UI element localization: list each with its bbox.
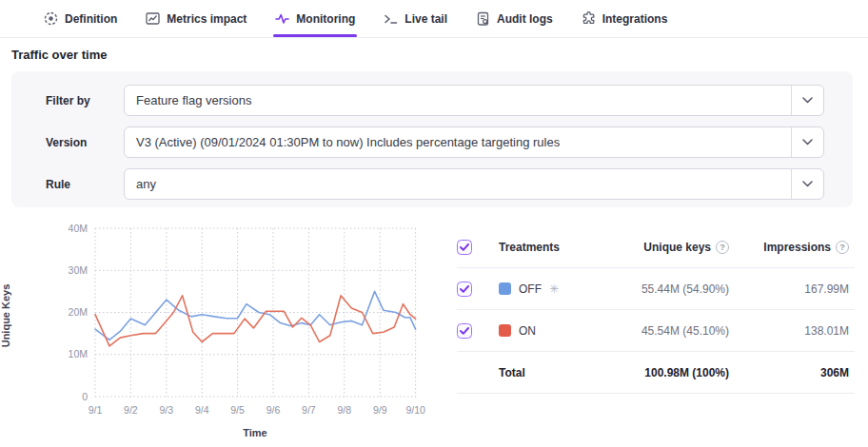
help-icon[interactable]: ? — [836, 241, 849, 254]
page-title: Traffic over time — [11, 48, 107, 62]
tab-live-tail[interactable]: Live tail — [382, 0, 449, 37]
filter-card: Filter by Feature flag versions Version … — [11, 71, 853, 207]
tab-label: Integrations — [602, 12, 668, 26]
filter-by-value: Feature flag versions — [125, 93, 791, 107]
treatment-label: OFF — [519, 282, 542, 296]
off-unique-keys-value: 55.44M (54.90%) — [567, 282, 729, 296]
puzzle-icon — [582, 11, 596, 26]
help-icon[interactable]: ? — [716, 241, 729, 254]
filter-by-select[interactable]: Feature flag versions — [124, 85, 824, 116]
svg-text:0: 0 — [82, 391, 88, 402]
svg-text:Time: Time — [243, 427, 266, 438]
chart-icon — [146, 11, 160, 26]
version-value: V3 (Active) (09/01/2024 01:30PM to now) … — [125, 135, 791, 149]
document-search-icon — [476, 11, 490, 26]
svg-text:9/10: 9/10 — [405, 404, 425, 416]
rule-label: Rule — [46, 178, 124, 191]
total-unique-keys-value: 100.98M (100%) — [567, 366, 729, 379]
total-impressions-value: 306M — [729, 366, 849, 379]
svg-text:10M: 10M — [69, 348, 88, 360]
tab-integrations[interactable]: Integrations — [580, 0, 670, 37]
chevron-down-icon — [791, 169, 823, 199]
on-impressions-value: 138.01M — [729, 324, 849, 338]
tab-label: Metrics impact — [167, 12, 247, 26]
filter-by-label: Filter by — [46, 94, 124, 107]
svg-text:Unique Keys: Unique Keys — [0, 284, 11, 348]
svg-text:9/9: 9/9 — [373, 404, 387, 416]
rule-value: any — [125, 177, 791, 191]
svg-text:9/5: 9/5 — [230, 404, 245, 416]
off-series-swatch — [499, 282, 511, 295]
table-row-on: ON 45.54M (45.10%) 138.01M — [457, 310, 855, 352]
off-treatment-checkbox[interactable] — [457, 282, 472, 297]
svg-text:9/4: 9/4 — [195, 404, 209, 416]
svg-text:9/7: 9/7 — [302, 404, 316, 416]
svg-text:20M: 20M — [69, 306, 88, 318]
svg-text:9/8: 9/8 — [337, 404, 351, 416]
monitoring-page: Definition Metrics impact Monitoring Liv… — [0, 0, 868, 447]
svg-text:9/6: 9/6 — [266, 404, 281, 416]
svg-text:9/1: 9/1 — [89, 404, 103, 416]
svg-text:9/3: 9/3 — [159, 404, 173, 416]
tab-label: Definition — [65, 12, 117, 26]
off-impressions-value: 167.99M — [729, 282, 849, 296]
svg-text:40M: 40M — [69, 223, 88, 234]
table-row-total: Total 100.98M (100%) 306M — [457, 352, 855, 394]
filter-row-version: Version V3 (Active) (09/01/2024 01:30PM … — [46, 126, 824, 158]
tab-definition[interactable]: Definition — [42, 0, 119, 37]
tab-audit-logs[interactable]: Audit logs — [474, 0, 555, 37]
version-label: Version — [46, 136, 124, 149]
table-row-off: OFF ✳ 55.44M (54.90%) 167.99M — [457, 268, 855, 310]
tab-label: Audit logs — [497, 12, 553, 26]
svg-text:30M: 30M — [69, 264, 88, 276]
filter-row-filter-by: Filter by Feature flag versions — [46, 85, 824, 116]
target-icon — [44, 11, 58, 26]
on-treatment-checkbox[interactable] — [457, 323, 472, 339]
treatment-label: ON — [519, 324, 536, 338]
tab-metrics-impact[interactable]: Metrics impact — [144, 0, 248, 37]
default-treatment-icon: ✳ — [549, 283, 559, 295]
pulse-icon — [275, 11, 289, 26]
table-header-row: Treatments Unique keys ? Impressions ? — [457, 226, 855, 268]
select-all-checkbox[interactable] — [457, 240, 472, 255]
on-series-swatch — [499, 324, 511, 337]
chevron-down-icon — [791, 86, 823, 115]
treatments-table: Treatments Unique keys ? Impressions ? O… — [457, 226, 855, 394]
tab-label: Live tail — [404, 12, 447, 26]
chevron-down-icon — [791, 127, 823, 157]
version-select[interactable]: V3 (Active) (09/01/2024 01:30PM to now) … — [124, 126, 824, 158]
total-label: Total — [499, 366, 567, 379]
impressions-column-header: Impressions — [763, 241, 831, 254]
on-unique-keys-value: 45.54M (45.10%) — [567, 324, 729, 338]
treatments-column-header: Treatments — [499, 241, 567, 254]
traffic-over-time-chart: 010M20M30M40M9/19/29/39/49/59/69/79/89/9… — [0, 217, 447, 447]
rule-select[interactable]: any — [124, 168, 824, 200]
unique-keys-column-header: Unique keys — [643, 241, 711, 254]
tab-monitoring[interactable]: Monitoring — [273, 0, 357, 37]
svg-text:9/2: 9/2 — [124, 404, 138, 416]
terminal-icon — [384, 11, 398, 26]
filter-row-rule: Rule any — [46, 168, 824, 200]
tab-bar: Definition Metrics impact Monitoring Liv… — [0, 0, 868, 38]
tab-label: Monitoring — [296, 12, 355, 26]
